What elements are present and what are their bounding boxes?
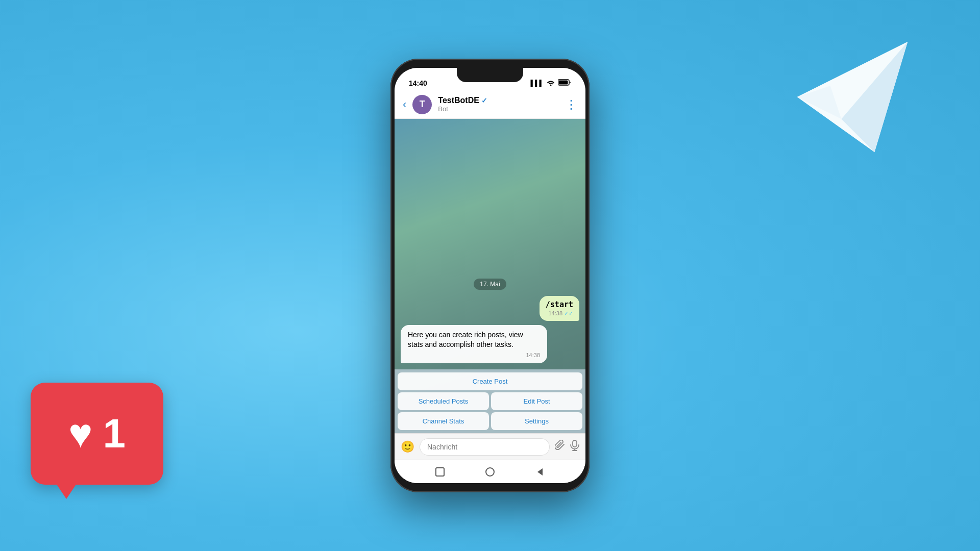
scheduled-posts-button[interactable]: Scheduled Posts [398,392,489,410]
chat-messages: 17. Mai /start 14:38 ✓✓ Here you can cre… [395,119,585,369]
nav-back-button[interactable] [532,464,548,480]
channel-stats-button[interactable]: Channel Stats [398,412,489,430]
svg-rect-8 [436,468,444,476]
chat-subtitle: Bot [438,105,559,113]
svg-rect-5 [573,440,577,447]
phone-screen: 14:40 ▌▌▌ ‹ T TestBotDE [395,68,585,483]
keyboard-row-2: Scheduled Posts Edit Post [398,392,582,410]
attach-button[interactable] [555,440,565,453]
message-input[interactable] [420,438,550,456]
svg-marker-10 [537,468,543,475]
keyboard-row-1: Create Post [398,372,582,390]
status-time: 14:40 [409,79,427,87]
verified-icon: ✓ [481,96,487,105]
phone: 14:40 ▌▌▌ ‹ T TestBotDE [390,59,590,492]
nav-home-button[interactable] [482,464,498,480]
svg-rect-4 [559,81,568,85]
received-message: Here you can create rich posts, view sta… [401,325,547,363]
bot-keyboard: Create Post Scheduled Posts Edit Post Ch… [395,369,585,433]
create-post-button[interactable]: Create Post [398,372,582,390]
chat-info: TestBotDE ✓ Bot [438,96,559,113]
more-button[interactable]: ⋮ [565,97,577,112]
received-message-time: 14:38 [408,352,540,358]
avatar: T [412,95,432,114]
battery-icon [558,79,571,87]
svg-point-9 [486,468,494,476]
home-bar [395,460,585,483]
chat-header: ‹ T TestBotDE ✓ Bot ⋮ [395,90,585,119]
telegram-logo [786,31,919,163]
edit-post-button[interactable]: Edit Post [491,392,582,410]
chat-name: TestBotDE ✓ [438,96,559,105]
heart-icon: ♥ [68,410,93,457]
mic-button[interactable] [570,440,579,454]
sent-message: /start 14:38 ✓✓ [540,296,579,321]
like-count: 1 [103,410,126,457]
phone-notch [457,68,523,82]
sent-message-time: 14:38 ✓✓ [546,310,573,317]
read-receipts: ✓✓ [564,310,573,317]
signal-icon: ▌▌▌ [530,80,544,87]
received-message-text: Here you can create rich posts, view sta… [408,330,540,350]
status-icons: ▌▌▌ [530,79,571,87]
settings-button[interactable]: Settings [491,412,582,430]
date-badge: 17. Mai [474,279,506,290]
wifi-icon [547,80,555,87]
sent-message-text: /start [546,300,573,309]
keyboard-row-3: Channel Stats Settings [398,412,582,430]
chat-area: 17. Mai /start 14:38 ✓✓ Here you can cre… [395,119,585,433]
back-button[interactable]: ‹ [403,98,406,111]
nav-square-button[interactable] [432,464,448,480]
emoji-button[interactable]: 🙂 [401,440,414,454]
input-area: 🙂 [395,433,585,460]
like-notification: ♥ 1 [31,383,163,485]
